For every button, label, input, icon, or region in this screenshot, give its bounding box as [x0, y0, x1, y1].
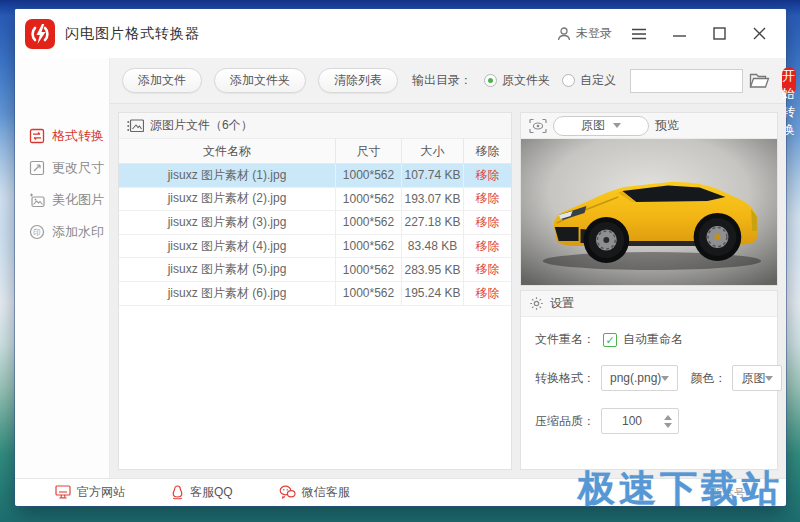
add-file-button[interactable]: 添加文件 — [122, 68, 202, 93]
table-row[interactable]: jisuxz 图片素材 (2).jpg 1000*562 193.07 KB 移… — [119, 188, 511, 212]
cell-filename: jisuxz 图片素材 (2).jpg — [119, 188, 335, 211]
title-bar: 闪电图片格式转换器 未登录 — [15, 9, 786, 58]
login-label: 未登录 — [576, 25, 612, 42]
cell-filename: jisuxz 图片素材 (6).jpg — [119, 282, 335, 305]
output-path-input[interactable] — [630, 69, 743, 93]
cell-size: 107.74 KB — [401, 164, 463, 187]
quality-stepper[interactable]: 100 — [601, 408, 679, 434]
cell-size: 283.95 KB — [401, 258, 463, 281]
preview-header: 原图 预览 — [521, 113, 777, 139]
cell-dimensions: 1000*562 — [335, 235, 401, 258]
remove-link[interactable]: 移除 — [463, 282, 511, 305]
login-button[interactable]: 未登录 — [556, 25, 612, 42]
folder-icon — [749, 72, 770, 89]
user-icon — [556, 26, 572, 42]
wechat-icon — [279, 485, 296, 499]
table-row[interactable]: jisuxz 图片素材 (4).jpg 1000*562 83.48 KB 移除 — [119, 235, 511, 259]
cell-dimensions: 1000*562 — [335, 211, 401, 234]
qq-support-label: 客服QQ — [190, 484, 233, 501]
sidebar-label: 美化图片 — [52, 191, 104, 209]
format-dropdown[interactable]: png(.png) — [601, 365, 678, 391]
settings-header: 设置 — [521, 291, 777, 317]
remove-link[interactable]: 移除 — [463, 211, 511, 234]
official-site-label: 官方网站 — [77, 484, 125, 501]
wechat-support-label: 微信客服 — [302, 484, 350, 501]
stepper-down-icon[interactable] — [664, 423, 672, 428]
color-value: 原图 — [741, 370, 765, 387]
radio-original-label: 原文件夹 — [502, 72, 550, 89]
qq-penguin-icon — [171, 485, 184, 500]
browse-folder-button[interactable] — [749, 72, 770, 89]
cell-size: 83.48 KB — [401, 235, 463, 258]
menu-button[interactable] — [626, 21, 652, 47]
sidebar-item-watermark[interactable]: 印 添加水印 — [15, 216, 109, 248]
chevron-down-icon — [661, 376, 669, 381]
preview-eye-icon — [529, 118, 547, 134]
cell-filename: jisuxz 图片素材 (1).jpg — [119, 164, 335, 187]
table-header-row: 文件名称 尺寸 大小 移除 — [119, 139, 511, 164]
table-row[interactable]: jisuxz 图片素材 (5).jpg 1000*562 283.95 KB 移… — [119, 258, 511, 282]
app-logo-icon — [25, 19, 55, 49]
table-row[interactable]: jisuxz 图片素材 (6).jpg 1000*562 195.24 KB 移… — [119, 282, 511, 306]
format-value: png(.png) — [610, 371, 661, 385]
color-dropdown[interactable]: 原图 — [732, 365, 782, 391]
auto-rename-label: 自动重命名 — [623, 331, 683, 348]
preview-panel: 原图 预览 — [520, 112, 778, 286]
minimize-button[interactable] — [666, 21, 692, 47]
stepper-up-icon[interactable] — [664, 415, 672, 420]
auto-rename-checkbox[interactable]: ✓ — [603, 333, 617, 347]
quality-value: 100 — [602, 414, 662, 428]
cell-dimensions: 1000*562 — [335, 258, 401, 281]
minimize-icon — [673, 28, 686, 40]
close-button[interactable] — [746, 21, 772, 47]
radio-original-folder[interactable]: 原文件夹 — [484, 72, 550, 89]
sidebar-item-resize[interactable]: 更改尺寸 — [15, 152, 109, 184]
remove-link[interactable]: 移除 — [463, 164, 511, 187]
radio-custom-label: 自定义 — [580, 72, 616, 89]
format-convert-icon — [29, 128, 45, 144]
official-site-link[interactable]: 官方网站 — [55, 484, 125, 501]
sidebar-label: 格式转换 — [52, 127, 104, 145]
sidebar-item-beautify[interactable]: 美化图片 — [15, 184, 109, 216]
cell-dimensions: 1000*562 — [335, 282, 401, 305]
radio-dot-selected[interactable] — [484, 74, 497, 87]
rename-label: 文件重名： — [535, 331, 595, 348]
sidebar: 格式转换 更改尺寸 美化图片 印 添加水印 — [15, 58, 110, 478]
remove-link[interactable]: 移除 — [463, 235, 511, 258]
start-convert-button[interactable]: 开始转换 — [782, 67, 796, 94]
app-window: 闪电图片格式转换器 未登录 — [15, 9, 786, 506]
beautify-image-icon — [29, 192, 45, 208]
gear-icon — [529, 296, 544, 311]
sidebar-item-format-convert[interactable]: 格式转换 — [15, 120, 109, 152]
remove-link[interactable]: 移除 — [463, 258, 511, 281]
cell-filename: jisuxz 图片素材 (3).jpg — [119, 211, 335, 234]
maximize-button[interactable] — [706, 21, 732, 47]
remove-link[interactable]: 移除 — [463, 188, 511, 211]
quality-label: 压缩品质： — [535, 413, 595, 430]
radio-dot-unselected[interactable] — [562, 74, 575, 87]
maximize-icon — [713, 27, 726, 40]
preview-label: 预览 — [655, 117, 679, 134]
svg-text:印: 印 — [33, 228, 41, 237]
format-label: 转换格式： — [535, 370, 595, 387]
wechat-support-link[interactable]: 微信客服 — [279, 484, 350, 501]
cell-dimensions: 1000*562 — [335, 188, 401, 211]
file-list-panel: 源图片文件（6个） 文件名称 尺寸 大小 移除 jisuxz 图片素材 (1).… — [118, 112, 512, 470]
settings-title: 设置 — [550, 295, 574, 312]
preview-image-yellow-suv — [521, 139, 777, 285]
watermark-stamp-icon: 印 — [29, 224, 45, 240]
radio-custom[interactable]: 自定义 — [562, 72, 616, 89]
sidebar-label: 添加水印 — [52, 223, 104, 241]
color-label: 颜色： — [690, 370, 726, 387]
table-row[interactable]: jisuxz 图片素材 (1).jpg 1000*562 107.74 KB 移… — [119, 164, 511, 188]
clear-list-button[interactable]: 清除列表 — [318, 68, 398, 93]
cell-filename: jisuxz 图片素材 (4).jpg — [119, 235, 335, 258]
preview-mode-dropdown[interactable]: 原图 — [553, 116, 649, 136]
column-header-remove: 移除 — [463, 139, 511, 163]
table-row[interactable]: jisuxz 图片素材 (3).jpg 1000*562 227.18 KB 移… — [119, 211, 511, 235]
qq-support-link[interactable]: 客服QQ — [171, 484, 233, 501]
cell-size: 227.18 KB — [401, 211, 463, 234]
cell-size: 195.24 KB — [401, 282, 463, 305]
add-folder-button[interactable]: 添加文件夹 — [214, 68, 306, 93]
column-header-dimensions: 尺寸 — [335, 139, 401, 163]
